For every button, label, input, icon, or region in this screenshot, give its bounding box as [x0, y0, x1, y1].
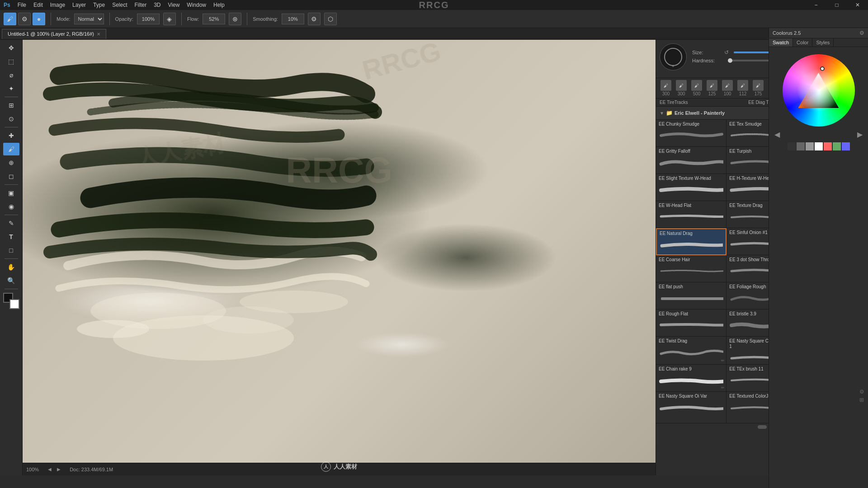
ps-logo[interactable]: Ps	[4, 2, 10, 8]
tool-blur[interactable]: ◉	[3, 200, 19, 213]
swatch-green[interactable]	[833, 142, 841, 150]
canvas-nav: ◀ ▶	[46, 466, 62, 473]
brush-stroke-svg	[659, 346, 723, 357]
colorizer-tab-swatch[interactable]: Swatch	[769, 38, 793, 47]
canvas-area[interactable]: RRCG 100% ◀ ▶ Doc: 233.4M/69.1M 人 人人素材	[23, 40, 656, 475]
tool-shape[interactable]: □	[3, 244, 19, 257]
tool-lasso[interactable]: ⌀	[3, 69, 19, 81]
brush-item-twist-drag[interactable]: EE Twist Drag ✏	[656, 337, 726, 365]
mode-select[interactable]: Normal	[74, 14, 104, 24]
smoothing-input[interactable]	[282, 14, 304, 24]
nav-prev[interactable]: ◀	[46, 466, 53, 473]
colorizer-settings-btn[interactable]: ⚙	[859, 30, 864, 36]
preset-btn-6[interactable]: 🖌 175	[751, 79, 765, 97]
toolbar-sep-2	[109, 13, 110, 25]
swatch-red[interactable]	[824, 142, 832, 150]
color-nav-prev[interactable]: ◀	[774, 130, 780, 139]
color-wheel[interactable]	[783, 54, 855, 127]
canvas-tab[interactable]: Untitled-1 @ 100% (Layer 2, RGB/16#) ✕	[2, 29, 106, 39]
preset-btn-3[interactable]: 🖌 125	[705, 79, 719, 97]
swatch-dark[interactable]	[788, 142, 796, 150]
tool-move[interactable]: ✥	[3, 42, 19, 54]
tool-eraser[interactable]: ◻	[3, 170, 19, 183]
flow-icon[interactable]: ⊛	[229, 13, 241, 25]
svg-point-3	[240, 291, 348, 313]
brush-preview[interactable]	[660, 43, 687, 70]
tool-eyedrop[interactable]: ⊙	[3, 113, 19, 125]
brush-item-w-head-flat[interactable]: EE W-Head Flat	[656, 201, 726, 228]
menu-select[interactable]: Select	[112, 2, 127, 8]
nav-next[interactable]: ▶	[55, 466, 62, 473]
brush-circle	[664, 48, 682, 66]
swatch-gray[interactable]	[797, 142, 805, 150]
colorizer-tabs: Swatch Color Styles	[769, 38, 868, 47]
scroll-thumb[interactable]	[758, 425, 767, 429]
color-triangle[interactable]	[798, 73, 839, 108]
tab-close-btn[interactable]: ✕	[97, 32, 100, 37]
colorizer-tab-styles[interactable]: Styles	[812, 38, 834, 47]
menu-file[interactable]: File	[18, 2, 26, 8]
preset-btn-1[interactable]: 🖌 300	[674, 79, 689, 97]
fg-bg-color[interactable]	[3, 293, 19, 309]
opacity-toggle[interactable]: ◈	[163, 13, 176, 25]
menu-view[interactable]: View	[168, 2, 180, 8]
tool-gradient[interactable]: ▣	[3, 187, 19, 199]
brush-item-nasty-sq-oi-var[interactable]: EE Nasty Square Oi Var	[656, 392, 726, 423]
tool-zoom[interactable]: 🔍	[3, 274, 19, 287]
swatch-blue[interactable]	[842, 142, 850, 150]
brush-stroke-svg	[659, 401, 723, 414]
size-refresh-btn[interactable]: ↺	[723, 49, 730, 56]
brush-item-slight-texture[interactable]: EE Slight Texture W-Head	[656, 174, 726, 201]
preset-btn-2[interactable]: 🖌 500	[689, 79, 704, 97]
brush-item-chunky-smudge[interactable]: EE Chunky Smudge	[656, 120, 726, 147]
brush-item-natural-drag[interactable]: EE Natural Drag	[656, 228, 726, 255]
panel-icon-1[interactable]: ⚙	[859, 389, 864, 395]
brush-tool-btn[interactable]: 🖌	[4, 13, 16, 25]
color-wheel-container: ◀ ▶ ⚙ ⊞	[769, 47, 868, 154]
minimize-button[interactable]: −	[806, 0, 826, 10]
swatch-white[interactable]	[815, 142, 823, 150]
brush-item-flat-push[interactable]: EE flat push	[656, 282, 726, 310]
menu-layer[interactable]: Layer	[72, 2, 86, 8]
panel-icon-2[interactable]: ⊞	[859, 397, 864, 403]
opacity-input[interactable]	[137, 14, 160, 24]
color-wheel-indicator[interactable]	[820, 66, 825, 71]
close-button[interactable]: ✕	[847, 0, 868, 10]
menu-edit[interactable]: Edit	[33, 2, 43, 8]
menu-3d[interactable]: 3D	[154, 2, 160, 8]
menu-window[interactable]: Window	[187, 2, 206, 8]
menu-image[interactable]: Image	[50, 2, 65, 8]
color-nav-next[interactable]: ▶	[857, 130, 863, 139]
swatch-light[interactable]	[806, 142, 814, 150]
tool-heal[interactable]: ✚	[3, 129, 19, 142]
preset-btn-4[interactable]: 🖌 100	[720, 79, 735, 97]
menu-filter[interactable]: Filter	[134, 2, 146, 8]
tool-select[interactable]: ⬚	[3, 55, 19, 68]
tool-hand[interactable]: ✋	[3, 261, 19, 273]
flow-input[interactable]	[203, 14, 225, 24]
hardness-slider-thumb[interactable]	[728, 58, 732, 63]
tool-pen[interactable]: ✎	[3, 217, 19, 230]
tool-magic-wand[interactable]: ✦	[3, 82, 19, 95]
brush-item-gritty-falloff[interactable]: EE Gritty Falloff	[656, 147, 726, 174]
brush-mode-btn[interactable]: ●	[33, 13, 45, 25]
menu-help[interactable]: Help	[213, 2, 225, 8]
background-color[interactable]	[9, 299, 19, 309]
menu-type[interactable]: Type	[93, 2, 105, 8]
brush-item-coarse-hair[interactable]: EE Coarse Hair	[656, 255, 726, 282]
restore-button[interactable]: □	[826, 0, 847, 10]
doc-info: Doc: 233.4M/69.1M	[70, 467, 113, 472]
brush-item-chain-rake[interactable]: EE Chain rake 9 ✏	[656, 365, 726, 392]
pressure-btn[interactable]: ⬡	[324, 13, 337, 25]
tool-text[interactable]: T	[3, 230, 19, 243]
colorizer-tab-color[interactable]: Color	[793, 38, 812, 47]
tool-clone[interactable]: ⊕	[3, 156, 19, 169]
preset-btn-0[interactable]: 🖌 300	[659, 79, 673, 97]
preset-btn-5[interactable]: 🖌 112	[736, 79, 750, 97]
tool-crop[interactable]: ⊞	[3, 99, 19, 112]
brush-stroke-svg	[659, 291, 723, 303]
brush-item-rough-flat[interactable]: EE Rough Flat	[656, 310, 726, 337]
brush-settings-btn[interactable]: ⚙	[18, 13, 31, 25]
smoothing-settings[interactable]: ⚙	[308, 13, 321, 25]
tool-brush[interactable]: 🖌	[3, 143, 19, 155]
